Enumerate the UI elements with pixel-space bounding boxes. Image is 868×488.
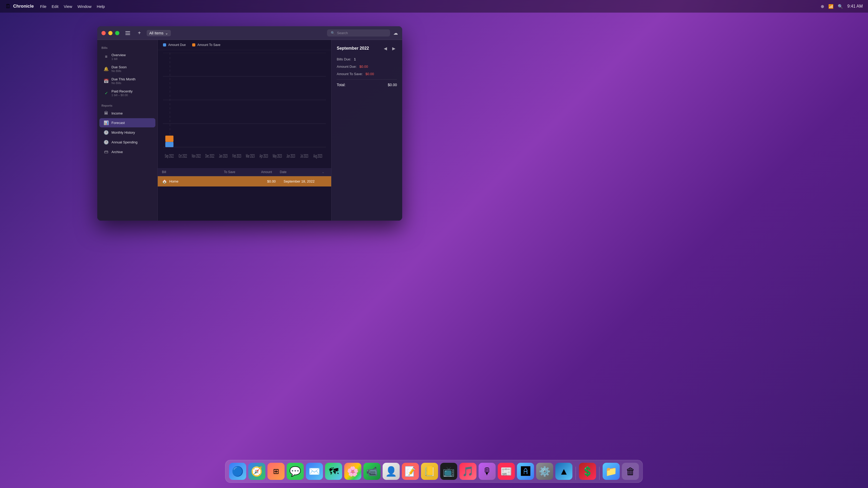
detail-amount-due-row: Amount Due: $0.00 (337, 64, 397, 69)
sidebar-item-archive[interactable]: 🗃 Archive (99, 148, 155, 156)
dock-item-budget[interactable]: 💲 (579, 463, 596, 480)
col-bill[interactable]: Bill (162, 170, 204, 174)
dock-item-notes[interactable]: 📒 (421, 463, 438, 480)
all-items-dropdown[interactable]: All Items ⌄ (147, 30, 171, 36)
bills-due-label: Bills Due: (337, 57, 351, 61)
forecast-icon: 📊 (103, 120, 109, 125)
detail-bills-due-row: Bills Due: 1 (337, 57, 397, 61)
detail-header: September 2022 ◀ ▶ (337, 45, 397, 52)
menu-items: File Edit View Window Help (40, 4, 105, 9)
icloud-icon[interactable]: ☁ (393, 30, 398, 36)
dock-item-finder[interactable]: 🔵 (229, 463, 246, 480)
due-soon-icon: 🔔 (103, 66, 109, 71)
dock-item-trash[interactable]: 🗑 (622, 463, 639, 480)
sidebar-item-income[interactable]: 🏛 Income (99, 109, 155, 118)
svg-rect-3 (125, 33, 130, 33)
search-icon: 🔍 (331, 31, 335, 35)
menubar: 🗓 Chronicle File Edit View Window Help ⊕… (0, 0, 868, 12)
dock-item-safari[interactable]: 🧭 (248, 463, 266, 480)
chart-legend: Amount Due Amount To Save (158, 40, 331, 50)
next-month-button[interactable]: ▶ (391, 45, 397, 52)
forecast-chart: Sep 2022 Oct 2022 Nov 2022 Dec 2022 Jan … (163, 53, 326, 168)
add-button[interactable]: + (135, 29, 144, 37)
svg-text:Dec 2022: Dec 2022 (205, 153, 214, 159)
menu-view[interactable]: View (64, 4, 72, 9)
detail-amount-to-save-row: Amount To Save: $0.00 (337, 71, 397, 76)
menu-edit[interactable]: Edit (52, 4, 59, 9)
toolbar: + All Items ⌄ (124, 29, 171, 37)
forecast-content: Forecast (112, 121, 151, 125)
overview-icon: ≡ (103, 54, 109, 59)
main-content: Bills ≡ Overview 1 bill 🔔 Due Soon No Bi… (97, 40, 402, 221)
search-placeholder: Search (337, 31, 348, 35)
amount-due-label: Amount Due: (337, 65, 357, 69)
menu-file[interactable]: File (40, 4, 46, 9)
sidebar-toggle-button[interactable] (124, 29, 132, 37)
dock-item-music[interactable]: 🎵 (460, 463, 476, 480)
bills-table-area: Bill To Save Amount Date ⌄ 🏠 Home $0.0 (158, 168, 331, 221)
col-date[interactable]: Date (277, 170, 322, 174)
sidebar-item-forecast[interactable]: 📊 Forecast (99, 118, 155, 127)
svg-text:Apr 2023: Apr 2023 (259, 153, 268, 159)
due-this-month-icon: 📅 (103, 78, 109, 84)
legend-label-amount-due: Amount Due (168, 43, 186, 47)
dock-item-podcasts[interactable]: 🎙 (479, 463, 496, 480)
sidebar: Bills ≡ Overview 1 bill 🔔 Due Soon No Bi… (97, 40, 158, 221)
bills-table: Bill To Save Amount Date ⌄ 🏠 Home $0.0 (158, 168, 331, 221)
col-to-save[interactable]: To Save (204, 170, 241, 174)
table-row[interactable]: 🏠 Home $0.00 September 18, 2022 (158, 176, 331, 187)
monthly-history-title: Monthly History (112, 131, 151, 134)
col-amount[interactable]: Amount (241, 170, 277, 174)
chart-panel: Amount Due Amount To Save (158, 40, 331, 221)
due-this-month-title: Due This Month (112, 77, 151, 81)
svg-text:Aug 2023: Aug 2023 (313, 153, 322, 159)
dock-item-tv[interactable]: 📺 (440, 463, 457, 480)
search-bar[interactable]: 🔍 Search (327, 29, 390, 36)
table-header: Bill To Save Amount Date ⌄ (158, 168, 331, 176)
sidebar-item-due-this-month[interactable]: 📅 Due This Month No Bills (99, 75, 155, 87)
dock-item-contacts[interactable]: 👤 (383, 463, 400, 480)
dock-item-reminders[interactable]: 📝 (402, 463, 419, 480)
sidebar-item-due-soon[interactable]: 🔔 Due Soon No Bills (99, 63, 155, 74)
sidebar-item-annual-spending[interactable]: 🕐 Annual Spending (99, 138, 155, 147)
wifi-icon[interactable]: 📶 (828, 4, 834, 9)
chevron-down-icon: ⌄ (165, 31, 168, 35)
dock-item-news[interactable]: 📰 (498, 463, 515, 480)
sidebar-item-overview[interactable]: ≡ Overview 1 bill (99, 51, 155, 63)
dock-item-altimeter[interactable]: ▲ (555, 463, 572, 480)
svg-text:Sep 2022: Sep 2022 (165, 153, 174, 159)
dock-item-appstore[interactable]: 🅰 (517, 463, 534, 480)
dock-item-messages[interactable]: 💬 (287, 463, 304, 480)
dock-item-mail[interactable]: ✉️ (306, 463, 323, 480)
overview-subtitle: 1 bill (112, 57, 151, 60)
dock-item-files[interactable]: 📁 (603, 463, 620, 480)
income-icon: 🏛 (103, 111, 109, 116)
dock-item-launchpad[interactable]: ⊞ (268, 463, 285, 480)
menu-window[interactable]: Window (78, 4, 91, 9)
close-button[interactable] (101, 31, 106, 35)
dock-item-settings[interactable]: ⚙️ (536, 463, 553, 480)
minimize-button[interactable] (108, 31, 113, 35)
menu-help[interactable]: Help (97, 4, 105, 9)
control-center-icon[interactable]: ⊕ (821, 4, 824, 9)
annual-spending-icon: 🕐 (103, 140, 109, 145)
search-icon[interactable]: 🔍 (838, 4, 843, 9)
maximize-button[interactable] (115, 31, 119, 35)
prev-month-button[interactable]: ◀ (382, 45, 389, 52)
bills-due-value: 1 (354, 57, 356, 61)
svg-text:Oct 2022: Oct 2022 (179, 153, 187, 159)
paid-recently-title: Paid Recently (112, 89, 151, 93)
app-name[interactable]: Chronicle (13, 4, 34, 9)
income-content: Income (112, 111, 151, 115)
dock-item-maps[interactable]: 🗺 (325, 463, 342, 480)
title-bar: + All Items ⌄ 🔍 Search ☁ (97, 26, 402, 40)
svg-rect-11 (165, 142, 174, 147)
dock-separator (576, 467, 576, 480)
sidebar-item-monthly-history[interactable]: 🕐 Monthly History (99, 128, 155, 137)
dock-item-photos[interactable]: 🌸 (344, 463, 362, 480)
legend-dot-blue (163, 43, 166, 46)
sidebar-item-paid-recently[interactable]: ✓ Paid Recently 1 bill – $0.00 (99, 87, 155, 99)
due-soon-content: Due Soon No Bills (112, 65, 151, 72)
dock-item-facetime[interactable]: 📹 (364, 463, 381, 480)
legend-item-amount-due: Amount Due (163, 43, 186, 47)
